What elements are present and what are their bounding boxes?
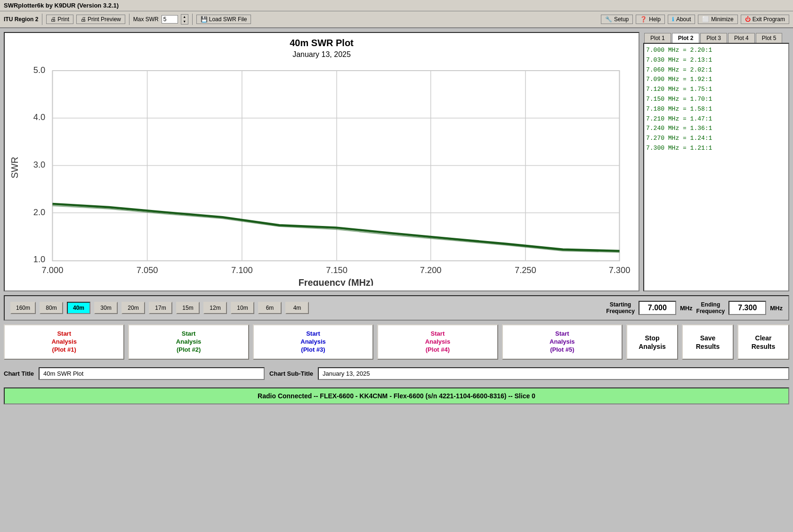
chart-title: 40m SWR Plot bbox=[290, 38, 354, 48]
load-swr-button[interactable]: 💾 Load SWR File bbox=[196, 15, 251, 24]
chart-subtitle: January 13, 2025 bbox=[292, 50, 351, 59]
chart-subtitle-input[interactable] bbox=[318, 367, 789, 380]
max-swr-spinner[interactable]: ▲ ▼ bbox=[181, 14, 188, 24]
svg-rect-0 bbox=[52, 71, 619, 261]
svg-text:7.300: 7.300 bbox=[609, 265, 631, 275]
itu-region-label: ITU Region 2 bbox=[4, 16, 38, 23]
tab-plot2[interactable]: Plot 2 bbox=[672, 33, 700, 43]
tab-plot4[interactable]: Plot 4 bbox=[728, 33, 755, 43]
main-content: 40m SWR Plot January 13, 2025 5.0 4.0 3.… bbox=[0, 28, 793, 295]
ending-freq-value: 7.300 bbox=[728, 301, 766, 315]
minimize-button[interactable]: ⬜ Minimize bbox=[698, 15, 737, 24]
print-icon: 🖨 bbox=[50, 16, 56, 23]
clear-results-button[interactable]: ClearResults bbox=[737, 324, 789, 360]
chart-title-input[interactable] bbox=[39, 367, 265, 380]
inputs-section: Chart Title Chart Sub-Title bbox=[4, 363, 789, 384]
data-row: 7.240 MHz = 1.36:1 bbox=[646, 124, 786, 134]
band-button-17m[interactable]: 17m bbox=[149, 302, 172, 314]
about-button[interactable]: ℹ About bbox=[668, 15, 695, 24]
print-preview-icon: 🖨 bbox=[81, 16, 86, 23]
print-button[interactable]: 🖨 Print bbox=[46, 15, 73, 24]
tab-plot5[interactable]: Plot 5 bbox=[756, 33, 783, 43]
svg-text:7.000: 7.000 bbox=[42, 265, 64, 275]
svg-text:7.200: 7.200 bbox=[420, 265, 442, 275]
data-row: 7.060 MHz = 2.02:1 bbox=[646, 65, 786, 75]
setup-button[interactable]: 🔧 Setup bbox=[601, 15, 633, 24]
toolbar-separator-2 bbox=[129, 14, 129, 25]
svg-text:7.050: 7.050 bbox=[137, 265, 158, 275]
svg-text:5.0: 5.0 bbox=[33, 65, 45, 75]
band-button-40m[interactable]: 40m bbox=[67, 302, 90, 314]
about-icon: ℹ bbox=[672, 16, 674, 23]
spinner-down[interactable]: ▼ bbox=[181, 19, 188, 24]
title-bar: SWRplotter6k by K9DUR (Version 3.2.1) bbox=[0, 0, 793, 11]
max-swr-label: Max SWR bbox=[133, 16, 159, 23]
svg-text:4.0: 4.0 bbox=[33, 112, 45, 122]
analysis-button-2[interactable]: StartAnalysis(Plot #2) bbox=[128, 324, 249, 360]
toolbar: ITU Region 2 🖨 Print 🖨 Print Preview Max… bbox=[0, 11, 793, 28]
toolbar-right: 🔧 Setup ❓ Help ℹ About ⬜ Minimize ⏻ Exit… bbox=[601, 15, 789, 24]
band-button-15m[interactable]: 15m bbox=[176, 302, 200, 314]
status-text: Radio Connected -- FLEX-6600 - KK4CNM - … bbox=[258, 392, 535, 400]
exit-button[interactable]: ⏻ Exit Program bbox=[741, 15, 789, 24]
data-row: 7.180 MHz = 1.58:1 bbox=[646, 105, 786, 114]
band-button-6m[interactable]: 6m bbox=[258, 302, 282, 314]
data-list: 7.000 MHz = 2.20:17.030 MHz = 2.13:17.06… bbox=[643, 43, 789, 291]
svg-text:7.100: 7.100 bbox=[231, 265, 253, 275]
svg-text:3.0: 3.0 bbox=[33, 160, 45, 169]
chart-subtitle-label: Chart Sub-Title bbox=[269, 370, 313, 377]
svg-text:1.0: 1.0 bbox=[33, 254, 45, 264]
data-row: 7.090 MHz = 1.92:1 bbox=[646, 75, 786, 85]
chart-container: 40m SWR Plot January 13, 2025 5.0 4.0 3.… bbox=[4, 32, 639, 291]
svg-text:SWR: SWR bbox=[9, 157, 20, 178]
data-row: 7.300 MHz = 1.21:1 bbox=[646, 144, 786, 153]
starting-freq-value: 7.000 bbox=[639, 301, 676, 315]
max-swr-input[interactable] bbox=[162, 15, 178, 24]
data-row: 7.030 MHz = 2.13:1 bbox=[646, 56, 786, 65]
chart-title-label: Chart Title bbox=[4, 370, 34, 377]
band-section: 160m80m40m30m20m17m15m12m10m6m4m Startin… bbox=[4, 295, 789, 321]
toolbar-separator-1 bbox=[42, 14, 42, 25]
ending-freq-label: EndingFrequency bbox=[696, 301, 725, 315]
band-button-30m[interactable]: 30m bbox=[94, 302, 118, 314]
print-preview-button[interactable]: 🖨 Print Preview bbox=[76, 15, 125, 24]
band-button-160m[interactable]: 160m bbox=[10, 302, 36, 314]
status-bar: Radio Connected -- FLEX-6600 - KK4CNM - … bbox=[4, 387, 789, 404]
tab-plot3[interactable]: Plot 3 bbox=[700, 33, 727, 43]
help-icon: ❓ bbox=[640, 16, 647, 23]
data-row: 7.150 MHz = 1.70:1 bbox=[646, 95, 786, 105]
ending-freq-unit: MHz bbox=[770, 305, 783, 312]
svg-text:2.0: 2.0 bbox=[33, 207, 45, 217]
swr-chart: 5.0 4.0 3.0 2.0 1.0 SWR 7.000 7.050 7.10… bbox=[9, 64, 634, 286]
exit-icon: ⏻ bbox=[745, 16, 751, 23]
analysis-button-4[interactable]: StartAnalysis(Plot #4) bbox=[377, 324, 498, 360]
analysis-button-5[interactable]: StartAnalysis(Plot #5) bbox=[502, 324, 623, 360]
spinner-up[interactable]: ▲ bbox=[181, 15, 188, 19]
data-row: 7.000 MHz = 2.20:1 bbox=[646, 46, 786, 56]
analysis-button-3[interactable]: StartAnalysis(Plot #3) bbox=[253, 324, 373, 360]
band-button-4m[interactable]: 4m bbox=[285, 302, 309, 314]
minimize-icon: ⬜ bbox=[702, 16, 709, 23]
svg-text:7.250: 7.250 bbox=[515, 265, 536, 275]
analysis-section: StartAnalysis(Plot #1)StartAnalysis(Plot… bbox=[4, 324, 789, 360]
frequency-section: StartingFrequency 7.000 MHz EndingFreque… bbox=[606, 301, 783, 315]
svg-text:Frequency (MHz): Frequency (MHz) bbox=[299, 277, 374, 286]
stop-analysis-button[interactable]: StopAnalysis bbox=[626, 324, 678, 360]
app-title: SWRplotter6k by K9DUR (Version 3.2.1) bbox=[4, 2, 119, 9]
plot-tabs: Plot 1 Plot 2 Plot 3 Plot 4 Plot 5 bbox=[643, 32, 789, 43]
data-row: 7.210 MHz = 1.47:1 bbox=[646, 114, 786, 124]
save-results-button[interactable]: SaveResults bbox=[682, 324, 734, 360]
data-row: 7.120 MHz = 1.75:1 bbox=[646, 85, 786, 95]
data-row: 7.270 MHz = 1.24:1 bbox=[646, 134, 786, 144]
svg-text:7.150: 7.150 bbox=[326, 265, 348, 275]
band-button-20m[interactable]: 20m bbox=[121, 302, 145, 314]
tab-plot1[interactable]: Plot 1 bbox=[644, 33, 671, 43]
band-button-10m[interactable]: 10m bbox=[231, 302, 254, 314]
analysis-button-1[interactable]: StartAnalysis(Plot #1) bbox=[4, 324, 124, 360]
band-button-80m[interactable]: 80m bbox=[40, 302, 63, 314]
setup-icon: 🔧 bbox=[605, 16, 612, 23]
band-button-12m[interactable]: 12m bbox=[203, 302, 227, 314]
starting-freq-label: StartingFrequency bbox=[606, 301, 635, 315]
toolbar-separator-3 bbox=[192, 14, 193, 25]
help-button[interactable]: ❓ Help bbox=[636, 15, 665, 24]
